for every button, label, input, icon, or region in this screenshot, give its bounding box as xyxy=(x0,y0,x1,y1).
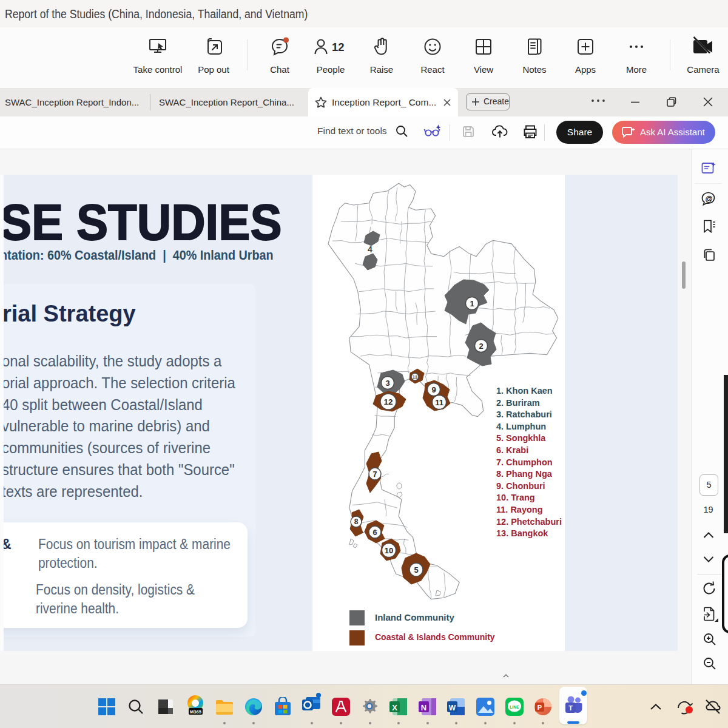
svg-text:8: 8 xyxy=(354,517,359,526)
svg-text:W: W xyxy=(449,704,456,712)
svg-text:5: 5 xyxy=(414,565,418,575)
svg-text:1: 1 xyxy=(470,299,474,308)
svg-text:@: @ xyxy=(706,195,713,203)
svg-text:2: 2 xyxy=(479,342,483,351)
svg-text:N: N xyxy=(421,703,426,712)
svg-text:M365: M365 xyxy=(190,709,201,715)
svg-text:13: 13 xyxy=(413,375,417,379)
svg-text:11: 11 xyxy=(435,398,443,407)
svg-text:LINE: LINE xyxy=(510,705,519,709)
svg-text:6: 6 xyxy=(373,528,377,537)
svg-text:T: T xyxy=(568,704,573,712)
svg-text:9: 9 xyxy=(431,385,436,394)
svg-text:12: 12 xyxy=(383,397,393,406)
svg-text:X: X xyxy=(392,703,397,712)
svg-text:10: 10 xyxy=(385,546,393,555)
svg-text:12: 12 xyxy=(332,41,345,53)
svg-text:P: P xyxy=(538,704,542,711)
svg-text:3: 3 xyxy=(385,379,389,388)
svg-text:7: 7 xyxy=(373,470,377,479)
svg-text:4: 4 xyxy=(368,244,372,254)
